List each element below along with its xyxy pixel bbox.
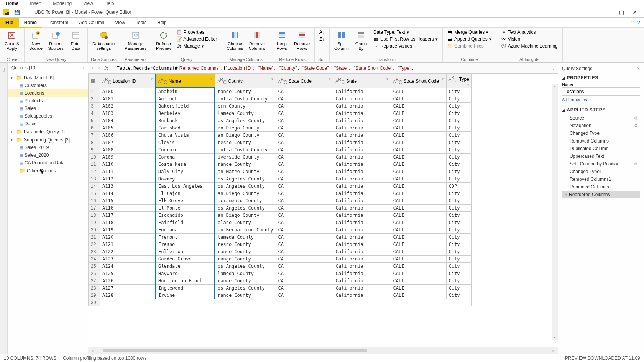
data-cell[interactable]: California (333, 212, 391, 219)
row-number[interactable]: 9 (89, 146, 100, 154)
data-cell[interactable]: iverside County (215, 154, 276, 161)
tab-add-column[interactable]: Add Column (74, 18, 110, 28)
data-cell[interactable]: CA (276, 241, 333, 248)
data-cell[interactable]: CA (276, 139, 333, 146)
data-cell[interactable]: A128 (100, 292, 156, 299)
query-name-input[interactable] (562, 87, 640, 96)
data-cell[interactable]: CALI (391, 175, 446, 183)
data-cell[interactable]: A124 (100, 263, 156, 270)
applied-step[interactable]: Changed Type1 (562, 168, 640, 175)
data-cell[interactable]: Irvine (156, 292, 215, 299)
data-cell[interactable]: os Angeles County (215, 205, 276, 212)
queries-collapse-icon[interactable]: ‹ (82, 65, 84, 70)
query-item[interactable]: ▦CA Population Data (8, 159, 88, 167)
data-cell[interactable]: Glendale (156, 263, 215, 270)
data-cell[interactable]: CA (276, 95, 333, 103)
choose-columns-button[interactable]: Choose Columns (224, 28, 245, 52)
data-cell[interactable]: CALI (391, 205, 446, 212)
data-cell[interactable]: lameda County (215, 110, 276, 117)
data-cell[interactable]: City (446, 117, 472, 124)
data-cell[interactable]: CALI (391, 248, 446, 256)
data-cell[interactable]: range County (215, 277, 276, 285)
row-number[interactable]: 3 (89, 103, 100, 110)
data-cell[interactable]: CA (276, 183, 333, 190)
tab-tools[interactable]: Tools (130, 18, 152, 28)
text-analytics-button[interactable]: ≡Text Analytics (500, 29, 559, 35)
row-number[interactable]: 15 (89, 190, 100, 197)
data-cell[interactable]: CALI (391, 117, 446, 124)
row-number[interactable]: 24 (89, 256, 100, 263)
row-number[interactable]: 8 (89, 139, 100, 146)
data-cell[interactable]: resno County (215, 241, 276, 248)
row-number[interactable]: 5 (89, 117, 100, 124)
scroll-right-icon[interactable]: › (552, 347, 554, 354)
applied-step[interactable]: Uppercased Text (562, 152, 640, 160)
applied-step[interactable]: Removed Columns (562, 137, 640, 145)
data-cell[interactable]: an Mateo County (215, 168, 276, 175)
data-cell[interactable]: os Angeles County (215, 285, 276, 292)
query-item[interactable]: ▦Dates (8, 120, 88, 128)
data-cell[interactable]: CA (276, 212, 333, 219)
data-cell[interactable]: ontra Costa County (215, 146, 276, 154)
data-cell[interactable]: CALI (391, 139, 446, 146)
data-cell[interactable]: El Cajon (156, 190, 215, 197)
data-cell[interactable]: California (333, 234, 391, 241)
tab-home[interactable]: Home (19, 18, 42, 28)
host-menu-view[interactable]: View (83, 1, 93, 6)
properties-button[interactable]: 📋Properties (176, 29, 218, 35)
combine-files-button[interactable]: 📁Combine Files (447, 43, 492, 49)
data-cell[interactable]: City (446, 277, 472, 285)
split-column-button[interactable]: Split Column (332, 28, 351, 52)
data-cell[interactable]: CALI (391, 263, 446, 270)
data-cell[interactable]: California (333, 183, 391, 190)
data-cell[interactable]: CALI (391, 103, 446, 110)
query-group[interactable]: ▸📁Parameter Query [1] (8, 128, 88, 136)
data-type-button[interactable]: Data Type: Text ▾ (373, 29, 439, 35)
row-number[interactable]: 6 (89, 124, 100, 132)
row-number[interactable]: 23 (89, 248, 100, 256)
tab-help[interactable]: Help (152, 18, 172, 28)
data-cell[interactable]: California (333, 190, 391, 197)
data-cell[interactable]: A125 (100, 270, 156, 277)
data-cell[interactable]: Escondido (156, 212, 215, 219)
data-cell[interactable]: California (333, 146, 391, 154)
row-number[interactable]: 7 (89, 132, 100, 139)
data-cell[interactable]: California (333, 263, 391, 270)
query-item[interactable]: ▦Sales_2019 (8, 144, 88, 151)
data-cell[interactable]: CALI (391, 292, 446, 299)
formula-bar[interactable]: ✕ ✓ fx = Table.ReorderColumns(#"Renamed … (88, 63, 558, 74)
data-cell[interactable]: Downey (156, 175, 215, 183)
data-cell[interactable]: an Bernardino County (215, 226, 276, 234)
data-cell[interactable]: ontra Costa County (215, 95, 276, 103)
data-cell[interactable]: California (333, 161, 391, 168)
data-cell[interactable]: CA (276, 270, 333, 277)
data-cell[interactable]: A118 (100, 219, 156, 226)
data-cell[interactable]: CALI (391, 168, 446, 175)
data-cell[interactable]: A111 (100, 168, 156, 175)
manage-parameters-button[interactable]: ⚙Manage Parameters (122, 28, 149, 52)
data-cell[interactable]: range County (215, 161, 276, 168)
row-number[interactable]: 11 (89, 161, 100, 168)
data-cell[interactable]: A115 (100, 197, 156, 205)
data-cell[interactable]: os Angeles County (215, 117, 276, 124)
data-cell[interactable]: City (446, 103, 472, 110)
new-source-button[interactable]: ★New Source (27, 28, 45, 52)
append-queries-button[interactable]: ⬓Append Queries ▾ (447, 36, 492, 42)
data-cell[interactable]: ern County (215, 103, 276, 110)
data-cell[interactable]: CALI (391, 234, 446, 241)
data-cell[interactable]: an Diego County (215, 212, 276, 219)
data-cell[interactable]: East Los Angeles (156, 183, 215, 190)
column-header[interactable]: ABCName▾ (156, 74, 215, 88)
data-cell[interactable]: CA (276, 103, 333, 110)
data-cell[interactable]: Chula Vista (156, 132, 215, 139)
row-number[interactable]: 12 (89, 168, 100, 175)
data-cell[interactable]: CALI (391, 212, 446, 219)
refresh-preview-button[interactable]: Refresh Preview (154, 28, 173, 52)
data-cell[interactable]: City (446, 285, 472, 292)
data-cell[interactable]: Clovis (156, 139, 215, 146)
data-cell[interactable]: City (446, 226, 472, 234)
data-cell[interactable]: City (446, 124, 472, 132)
data-cell[interactable]: A108 (100, 146, 156, 154)
help-icon[interactable]: ? (637, 20, 640, 25)
data-cell[interactable]: A122 (100, 248, 156, 256)
